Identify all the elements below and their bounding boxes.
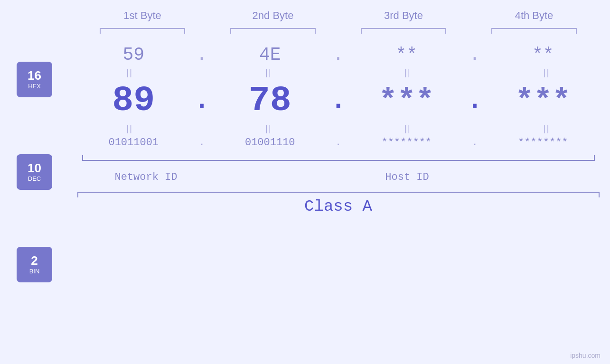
hex-num: 16 [28, 69, 41, 82]
header-byte4: 4th Byte [487, 9, 582, 26]
byte-headers: 1st Byte 2nd Byte 3rd Byte 4th Byte [77, 9, 600, 26]
watermark: ipshu.com [570, 352, 601, 359]
bin-badge: 2 BIN [17, 247, 52, 282]
bracket-byte4 [487, 26, 582, 35]
eq1-b3: || [360, 68, 455, 78]
dec-name: DEC [28, 175, 41, 182]
dec-sep1: . [190, 86, 214, 116]
header-byte1: 1st Byte [95, 9, 190, 26]
host-id-label: Host ID [215, 171, 600, 183]
bin-row: 01011001 . 01001110 . ******** . *******… [77, 137, 600, 149]
header-byte3: 3rd Byte [356, 9, 451, 26]
class-bracket-line [77, 192, 600, 193]
bin-b2: 01001110 [214, 137, 327, 149]
dec-b1: 89 [77, 81, 190, 121]
dec-sep2: . [327, 86, 350, 116]
hex-b4: ** [487, 45, 600, 65]
hex-sep3: . [463, 45, 487, 65]
dec-sep3: . [463, 86, 487, 116]
hex-name: HEX [28, 83, 41, 90]
hex-b3: ** [350, 45, 463, 65]
dec-b4: *** [487, 84, 600, 119]
equals-row-1: || || || || [77, 68, 600, 78]
eq2-b4: || [499, 124, 594, 134]
eq2-b2: || [221, 124, 316, 134]
eq2-b1: || [82, 124, 177, 134]
dec-b2: 78 [214, 81, 327, 121]
host-bracket-right [594, 155, 595, 161]
base-labels: 16 HEX 10 DEC 2 BIN [17, 62, 52, 282]
bracket-byte3 [356, 26, 451, 35]
class-label: Class A [77, 197, 600, 215]
eq1-b1: || [82, 68, 177, 78]
hex-row: 59 . 4E . ** . ** [77, 45, 600, 65]
bracket-byte1 [95, 26, 190, 35]
bracket-byte2 [225, 26, 320, 35]
equals-row-2: || || || || [77, 124, 600, 134]
bin-b3: ******** [350, 137, 463, 149]
eq2-b3: || [360, 124, 455, 134]
dec-row: 89 . 78 . *** . *** [77, 81, 600, 121]
network-id-label: Network ID [77, 171, 215, 183]
bin-num: 2 [31, 254, 38, 267]
hex-sep1: . [190, 45, 214, 65]
top-brackets [77, 26, 600, 35]
content-grid: 59 . 4E . ** . ** || [77, 45, 600, 149]
hex-b1: 59 [77, 45, 190, 65]
main-container: 1st Byte 2nd Byte 3rd Byte 4th Byte 16 H… [0, 0, 610, 364]
bin-b4: ******** [487, 137, 600, 149]
bin-b1: 01011001 [77, 137, 190, 149]
hex-b2: 4E [214, 45, 327, 65]
bin-sep3: . [463, 137, 487, 149]
eq1-b2: || [221, 68, 316, 78]
eq1-b4: || [499, 68, 594, 78]
bin-sep1: . [190, 137, 214, 149]
class-bracket-container: Class A [77, 192, 600, 215]
bin-sep2: . [327, 137, 350, 149]
header-byte2: 2nd Byte [225, 9, 320, 26]
bin-name: BIN [29, 268, 40, 275]
network-bracket [77, 152, 215, 161]
id-labels: Network ID Host ID [77, 171, 600, 183]
dec-b3: *** [350, 84, 463, 119]
bottom-brackets [77, 152, 600, 167]
hex-sep2: . [327, 45, 350, 65]
dec-badge: 10 DEC [17, 154, 52, 190]
hex-badge: 16 HEX [17, 62, 52, 97]
dec-num: 10 [28, 162, 41, 174]
host-bracket [215, 152, 600, 161]
